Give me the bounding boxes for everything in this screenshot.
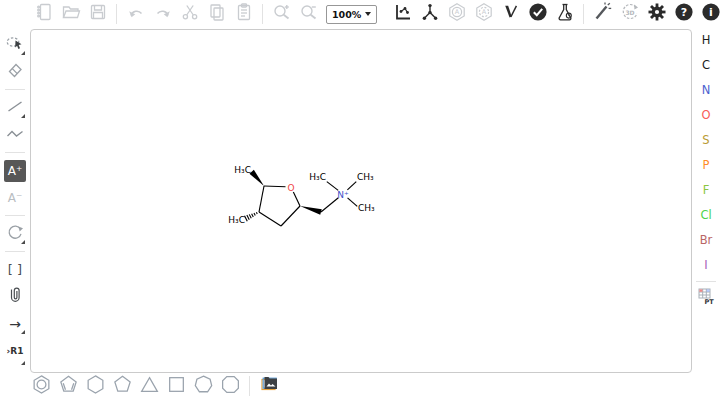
element-symbol: P [703,158,710,172]
dropdown-corner-triangle [21,361,25,365]
undo-button[interactable] [125,3,147,25]
atom-label: CH₃ [358,203,375,213]
molecule-editor-app: { "topbar": { "zoom_value": "100%" }, "l… [0,0,720,400]
element-button-S[interactable]: S [694,127,718,152]
charge-plus-label: A⁺ [8,165,23,177]
select-tool[interactable] [4,34,26,56]
element-button-Cl[interactable]: Cl [694,202,718,227]
aromatize-letter: A [455,8,460,16]
template-cyclopropane[interactable] [139,375,161,397]
erase-tool[interactable] [4,61,26,83]
element-symbol: Cl [700,208,711,222]
help-button[interactable]: ? [673,3,695,25]
reaction-arrow-label: → [9,317,21,331]
template-cyclooctane[interactable] [220,375,242,397]
copy-button[interactable] [206,3,228,25]
toolbar-separator [5,152,25,153]
layout-button[interactable] [392,3,414,25]
about-button[interactable]: i [700,3,720,25]
chain-icon [5,123,25,147]
template-cyclopentadiene[interactable] [58,375,80,397]
calculate-cip-button[interactable] [500,3,522,25]
cyclobutane-icon [166,374,187,399]
template-library-button[interactable] [258,375,280,397]
aromatize-icon: A [447,2,467,26]
help-glyph: ? [681,6,687,19]
element-button-I[interactable]: I [694,252,718,277]
periodic-table-button[interactable]: PT [694,286,718,310]
zoom-in-icon [272,2,292,26]
element-symbol: H [702,33,711,47]
element-button-O[interactable]: O [694,102,718,127]
template-benzene[interactable] [31,375,53,397]
template-toolbar [28,373,282,399]
charge-minus-label: A⁻ [8,192,23,204]
paperclip-icon [5,285,25,309]
element-button-P[interactable]: P [694,152,718,177]
dropdown-corner-triangle [21,114,25,118]
settings-button[interactable] [646,3,668,25]
cut-button[interactable] [179,3,201,25]
rgroup-tool[interactable]: ›R1 [4,340,26,362]
benzene-icon [31,374,52,399]
cyclopropane-icon [139,374,160,399]
recognize-pen-icon [593,2,613,26]
save-button[interactable] [87,3,109,25]
chain-tool[interactable] [4,124,26,146]
template-cyclopentane[interactable] [112,375,134,397]
drawing-canvas[interactable]: OH₃CH₃CN⁺H₃CCH₃CH₃ [30,29,692,373]
zoom-out-icon [299,2,319,26]
attachment-point-tool[interactable] [4,286,26,308]
element-symbol: F [703,183,710,197]
help-icon: ? [674,2,694,26]
dropdown-corner-triangle [21,330,25,334]
cyclopentadiene-icon [58,374,79,399]
element-symbol: C [702,58,710,72]
molecule-svg: OH₃CH₃CN⁺H₃CCH₃CH₃ [31,30,691,372]
sgroup-tool[interactable]: [ ] [4,259,26,281]
3d-viewer-label: 3D [625,9,634,16]
charge-plus-tool[interactable]: A⁺ [4,160,26,182]
cycloheptane-icon [193,374,214,399]
recognize-button[interactable] [592,3,614,25]
3d-viewer-button[interactable]: 3D [619,3,641,25]
redo-button[interactable] [152,3,174,25]
check-structure-button[interactable] [527,3,549,25]
new-document-button[interactable] [33,3,55,25]
element-button-F[interactable]: F [694,177,718,202]
cyclooctane-icon [220,374,241,399]
open-button[interactable] [60,3,82,25]
toolbar-separator [5,89,25,90]
clean-up-button[interactable] [419,3,441,25]
zoom-in-button[interactable] [271,3,293,25]
rotate-tool[interactable] [4,223,26,245]
zoom-level-dropdown[interactable]: 100% [326,5,377,24]
template-cyclohexane[interactable] [85,375,107,397]
element-button-Br[interactable]: Br [694,227,718,252]
chevron-down-icon [365,12,371,16]
toolbar-separator [262,4,263,24]
aromatize-button[interactable]: A [446,3,468,25]
template-cycloheptane[interactable] [193,375,215,397]
toolbar-separator [249,376,250,396]
eraser-icon [5,60,25,84]
element-palette: H C N O S P F Cl Br I PT [692,27,720,310]
charge-minus-tool[interactable]: A⁻ [4,187,26,209]
reaction-arrow-tool[interactable]: → [4,313,26,335]
bond-tool[interactable] [4,97,26,119]
toolbar-separator [5,215,25,216]
element-button-N[interactable]: N [694,77,718,102]
paste-button[interactable] [233,3,255,25]
periodic-table-label: PT [704,298,714,306]
dearomatize-button[interactable]: A [473,3,495,25]
new-document-icon [34,2,54,26]
layout-icon [393,2,413,26]
top-toolbar: 100% [30,0,720,28]
element-button-C[interactable]: C [694,52,718,77]
atom-label: N⁺ [337,190,349,200]
element-button-H[interactable]: H [694,27,718,52]
calculated-values-button[interactable] [554,3,576,25]
dearomatize-letter: A [482,8,487,16]
zoom-out-button[interactable] [298,3,320,25]
template-cyclobutane[interactable] [166,375,188,397]
